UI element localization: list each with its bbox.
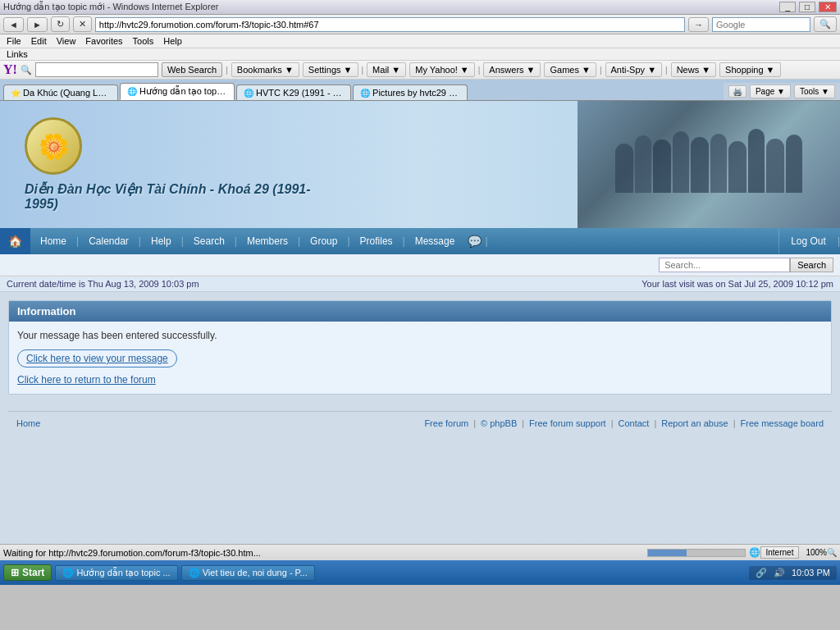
nav-logout[interactable]: Log Out	[778, 229, 838, 253]
nav-search[interactable]: Search	[184, 229, 235, 253]
nav-profiles[interactable]: Profiles	[350, 229, 403, 253]
start-windows-icon: ⊞	[11, 567, 19, 578]
google-search-button[interactable]: 🔍	[814, 16, 837, 32]
taskbar-icon-2: 🌐	[189, 568, 200, 578]
search-bar-row: Search	[0, 254, 840, 276]
nav-message[interactable]: Message	[405, 229, 465, 253]
go-button[interactable]: →	[688, 17, 709, 32]
stop-button[interactable]: ✕	[73, 16, 92, 32]
tab-1-icon: 🌐	[127, 87, 137, 96]
browser-content: 🌼 Diễn Đàn Học Viện Tài Chính - Khoá 29 …	[0, 101, 840, 544]
view-message-link[interactable]: Click here to view your message	[17, 349, 177, 368]
status-text: Waiting for http://hvtc29.forumotion.com…	[3, 548, 644, 558]
forward-button[interactable]: ►	[27, 17, 48, 32]
tab-3-label: Pictures by hvtc29 - Ph...	[372, 88, 468, 98]
nav-help[interactable]: Help	[141, 229, 181, 253]
taskbar-item-2[interactable]: 🌐 Viet tieu de, noi dung - P...	[181, 565, 315, 581]
tab-0-label: Da Khúc (Quang Lý) - P...	[23, 88, 118, 98]
tab-1-label: Hướng dẫn tạo topic...	[139, 86, 231, 96]
refresh-button[interactable]: ↻	[51, 16, 70, 32]
forum-header: 🌼 Diễn Đàn Học Viện Tài Chính - Khoá 29 …	[0, 101, 840, 228]
footer-free-message-board[interactable]: Free message board	[741, 418, 824, 428]
zoom-level: 100%	[806, 548, 827, 557]
internet-zone: Internet	[760, 546, 800, 559]
info-box: Information Your message has been entere…	[8, 300, 832, 395]
taskbar: ⊞ Start 🌐 Hướng dẫn tạo topic ... 🌐 Viet…	[0, 560, 840, 585]
tools-button[interactable]: Tools ▼	[794, 84, 835, 98]
footer-links: Free forum | © phpBB | Free forum suppor…	[424, 418, 824, 428]
footer-free-forum-support[interactable]: Free forum support	[529, 418, 606, 428]
info-box-content: Your message has been entered successful…	[9, 322, 831, 394]
forum-logo: 🌼	[25, 117, 82, 175]
page-button[interactable]: Page ▼	[750, 84, 791, 98]
minimize-button[interactable]: _	[779, 2, 796, 12]
return-to-forum-link[interactable]: Click here to return to the forum	[17, 374, 823, 386]
current-datetime: Current date/time is Thu Aug 13, 2009 10…	[7, 279, 199, 289]
yahoo-bookmarks-button[interactable]: Bookmarks ▼	[231, 62, 299, 77]
maximize-button[interactable]: □	[799, 2, 815, 12]
address-bar[interactable]	[95, 17, 685, 32]
tab-0[interactable]: ⭐ Da Khúc (Quang Lý) - P...	[3, 84, 118, 100]
footer-report-abuse[interactable]: Report an abuse	[661, 418, 728, 428]
taskbar-label-2: Viet tieu de, noi dung - P...	[203, 568, 308, 578]
last-visit: Your last visit was on Sat Jul 25, 2009 …	[641, 279, 833, 289]
status-row: Current date/time is Thu Aug 13, 2009 10…	[0, 276, 840, 292]
menu-tools[interactable]: Tools	[133, 36, 154, 46]
links-label: Links	[7, 49, 28, 59]
tab-3-icon: 🌐	[360, 89, 370, 98]
status-bar: Waiting for http://hvtc29.forumotion.com…	[0, 544, 840, 560]
browser-title: Hướng dẫn tạo topic mới - Windows Intern…	[3, 2, 218, 12]
tab-2-label: HVTC K29 (1991 - 1995)	[256, 88, 351, 98]
tab-1[interactable]: 🌐 Hướng dẫn tạo topic... ✕	[120, 83, 235, 100]
yahoo-toolbar: Y! 🔍 Web Search | Bookmarks ▼ Settings ▼…	[0, 61, 840, 80]
tab-2[interactable]: 🌐 HVTC K29 (1991 - 1995)	[236, 84, 351, 100]
yahoo-web-search-button[interactable]: Web Search	[162, 62, 222, 77]
forum-logo-area: 🌼 Diễn Đàn Học Viện Tài Chính - Khoá 29 …	[0, 117, 312, 212]
nav-members[interactable]: Members	[237, 229, 298, 253]
start-label: Start	[22, 567, 44, 578]
forum-footer: Home Free forum | © phpBB | Free forum s…	[8, 411, 832, 435]
taskbar-clock: 🔗 🔊 10:03 PM	[749, 566, 837, 580]
info-box-title: Information	[9, 301, 831, 322]
start-button[interactable]: ⊞ Start	[3, 564, 52, 581]
zoom-icon: 🔍	[827, 548, 837, 557]
yahoo-search-input[interactable]	[35, 62, 158, 77]
close-button[interactable]: ✕	[819, 2, 837, 12]
nav-group[interactable]: Group	[300, 229, 347, 253]
yahoo-mail-button[interactable]: Mail ▼	[367, 62, 406, 77]
yahoo-divider: |	[226, 66, 228, 75]
header-image	[578, 101, 840, 228]
footer-contact[interactable]: Contact	[619, 418, 650, 428]
menu-favorites[interactable]: Favorites	[85, 36, 122, 46]
yahoo-myyahoo-button[interactable]: My Yahoo! ▼	[409, 62, 475, 77]
yahoo-answers-button[interactable]: Answers ▼	[483, 62, 541, 77]
nav-home[interactable]: Home	[30, 229, 76, 253]
menu-help[interactable]: Help	[163, 36, 182, 46]
menu-file[interactable]: File	[7, 36, 21, 46]
internet-zone-icon: 🌐	[749, 547, 760, 558]
print-button[interactable]: 🖨️	[728, 85, 746, 98]
time-display: 10:03 PM	[792, 568, 830, 578]
back-button[interactable]: ◄	[3, 17, 24, 32]
forum-search-input[interactable]	[659, 258, 790, 272]
taskbar-label-1: Hướng dẫn tạo topic ...	[76, 568, 170, 578]
forum-nav: 🏠 Home | Calendar | Help | Search | Memb…	[0, 228, 840, 254]
yahoo-shopping-button[interactable]: Shopping ▼	[719, 62, 780, 77]
nav-calendar[interactable]: Calendar	[79, 229, 139, 253]
yahoo-antispy-button[interactable]: Anti-Spy ▼	[605, 62, 663, 77]
google-search-input[interactable]	[712, 17, 810, 32]
footer-home[interactable]: Home	[16, 418, 40, 428]
yahoo-search-icon: 🔍	[21, 65, 32, 75]
yahoo-games-button[interactable]: Games ▼	[544, 62, 596, 77]
taskbar-icon-1: 🌐	[62, 568, 74, 578]
forum-search-button[interactable]: Search	[790, 258, 833, 272]
menu-view[interactable]: View	[57, 36, 76, 46]
footer-free-forum[interactable]: Free forum	[424, 418, 468, 428]
browser-toolbar: ◄ ► ↻ ✕ → 🔍	[0, 15, 840, 34]
taskbar-item-1[interactable]: 🌐 Hướng dẫn tạo topic ...	[55, 565, 177, 581]
tab-3[interactable]: 🌐 Pictures by hvtc29 - Ph...	[353, 84, 468, 100]
nav-home-icon: 🏠	[0, 228, 30, 254]
menu-edit[interactable]: Edit	[31, 36, 47, 46]
yahoo-settings-button[interactable]: Settings ▼	[303, 62, 358, 77]
yahoo-news-button[interactable]: News ▼	[671, 62, 716, 77]
